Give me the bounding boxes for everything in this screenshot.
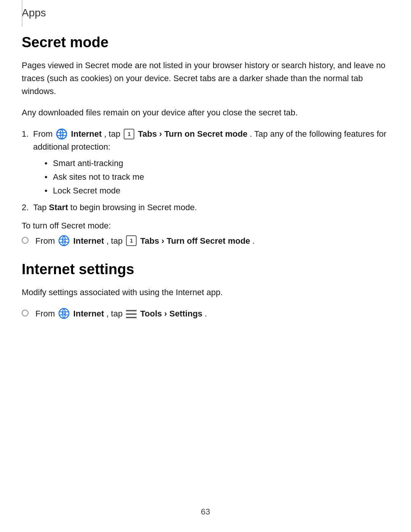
- turn-off-app-name: Internet: [73, 236, 104, 246]
- turn-off-section: To turn off Secret mode: From: [22, 221, 389, 248]
- feature-3: Lock Secret mode: [45, 184, 389, 197]
- internet-settings-title: Internet settings: [22, 261, 389, 278]
- content-area: Secret mode Pages viewed in Secret mode …: [0, 23, 411, 348]
- svg-rect-14: [126, 313, 137, 315]
- secret-mode-paragraph1: Pages viewed in Secret mode are not list…: [22, 59, 389, 98]
- tabs-icon-step1: 1: [124, 129, 134, 139]
- page-container: Apps Secret mode Pages viewed in Secret …: [0, 0, 411, 532]
- svg-rect-15: [126, 317, 137, 318]
- internet-settings-paragraph: Modify settings associated with using th…: [22, 286, 389, 299]
- step-1: 1. From S: [22, 128, 389, 197]
- steps-list: 1. From S: [22, 128, 389, 214]
- turn-off-period: .: [252, 236, 255, 246]
- circle-bullet-settings: [22, 310, 29, 316]
- step-2-tap: Tap: [33, 203, 46, 212]
- step-1-number: 1.: [22, 128, 29, 141]
- step-1-content: From S: [33, 129, 389, 197]
- turn-off-tabs-text: Tabs › Turn off Secret mode: [140, 236, 250, 246]
- header-area: Apps: [0, 0, 411, 23]
- feature-2-text: Ask sites not to track me: [53, 172, 144, 182]
- internet-settings-item: From S Internet , tap: [22, 307, 389, 320]
- internet-icon-settings: S: [58, 308, 70, 319]
- settings-from: From: [35, 309, 55, 318]
- step-2-content: Tap Start to begin browsing in Secret mo…: [33, 203, 197, 212]
- feature-2: Ask sites not to track me: [45, 171, 389, 184]
- settings-period: .: [205, 309, 207, 318]
- internet-icon-step1: S: [56, 128, 67, 140]
- internet-settings-text: From S Internet , tap: [35, 307, 389, 320]
- settings-app-name: Internet: [73, 309, 104, 318]
- step-1-tabs-text: Tabs › Turn on Secret mode: [138, 129, 247, 139]
- tools-icon: [126, 309, 137, 318]
- secret-mode-title: Secret mode: [22, 34, 389, 51]
- secret-mode-paragraph2: Any downloaded files remain on your devi…: [22, 106, 389, 119]
- tabs-icon-turnoff: 1: [126, 235, 137, 246]
- secret-mode-section: Secret mode Pages viewed in Secret mode …: [22, 34, 389, 248]
- step-1-app-name: Internet: [71, 129, 102, 139]
- turn-off-label: To turn off Secret mode:: [22, 221, 389, 231]
- settings-tap: , tap: [106, 309, 123, 318]
- svg-rect-13: [126, 310, 137, 312]
- internet-settings-section: Internet settings Modify settings associ…: [22, 261, 389, 320]
- circle-bullet-icon: [22, 237, 29, 244]
- step-2-number: 2.: [22, 201, 29, 214]
- feature-1: Smart anti-tracking: [45, 157, 389, 170]
- feature-3-text: Lock Secret mode: [53, 186, 120, 195]
- step-1-from: From: [33, 129, 53, 139]
- top-border-decoration: [22, 0, 22, 27]
- svg-text:S: S: [59, 131, 63, 137]
- step-2-start: Start: [49, 203, 70, 212]
- feature-1-text: Smart anti-tracking: [53, 158, 123, 168]
- step-2-suffix: to begin browsing in Secret mode.: [70, 203, 197, 212]
- internet-icon-turnoff: S: [58, 235, 70, 246]
- features-list: Smart anti-tracking Ask sites not to tra…: [45, 157, 389, 197]
- turn-off-tap: , tap: [106, 236, 123, 246]
- apps-label: Apps: [22, 7, 46, 19]
- page-number: 63: [201, 507, 210, 517]
- settings-tools-text: Tools › Settings: [140, 309, 202, 318]
- turn-off-text: From S Internet: [35, 235, 389, 248]
- step-1-tap-text: , tap: [104, 129, 120, 139]
- step-2: 2. Tap Start to begin browsing in Secret…: [22, 201, 389, 214]
- svg-text:S: S: [62, 238, 65, 244]
- turn-off-from: From: [35, 236, 55, 246]
- svg-text:S: S: [62, 310, 65, 316]
- turn-off-item: From S Internet: [22, 235, 389, 248]
